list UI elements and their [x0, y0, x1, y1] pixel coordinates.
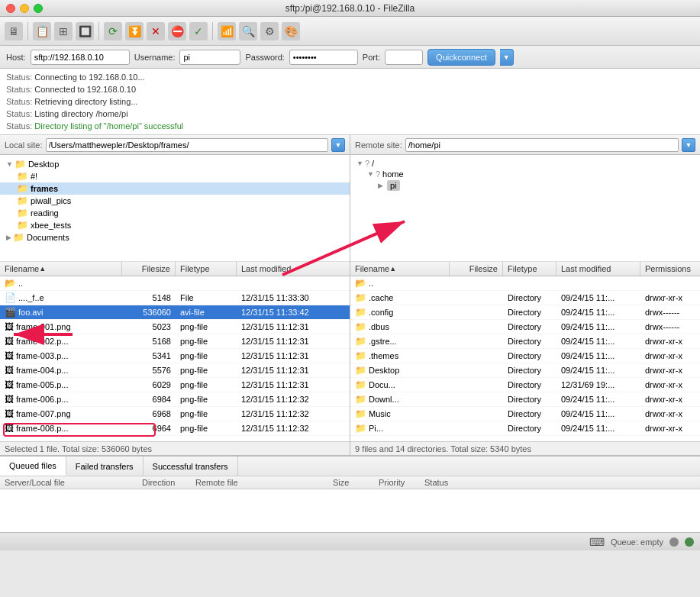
toolbar-sitemanager-icon[interactable]: ⊞: [54, 22, 73, 40]
local-file-row-frame002[interactable]: 🖼frame-002.p... 5168 png-file 12/31/15 1…: [0, 334, 350, 349]
local-file-row-hidden[interactable]: 📄...._f..e 5148 File 12/31/15 11:33:30: [0, 291, 350, 305]
tab-queued-files[interactable]: Queued files: [0, 457, 66, 476]
local-tree[interactable]: ▼ 📁 Desktop 📁 #! 📁 frames 📁 piwall_pics: [0, 155, 350, 262]
remote-file-row-music[interactable]: 📁Music Directory 09/24/15 11:... drwxr-x…: [350, 407, 700, 421]
tab-failed-transfers[interactable]: Failed transfers: [66, 457, 144, 476]
status-indicator-gray: [669, 537, 679, 547]
maximize-button[interactable]: [34, 4, 43, 13]
remote-site-label: Remote site:: [355, 140, 402, 150]
tree-item-hash[interactable]: 📁 #!: [0, 170, 350, 182]
local-file-row-frame007[interactable]: 🖼frame-007.png 6968 png-file 12/31/15 11…: [0, 407, 350, 421]
remote-file-row-downloads[interactable]: 📁Downl... Directory 09/24/15 11:... drwx…: [350, 392, 700, 407]
tree-arrow-documents: ▶: [6, 234, 11, 241]
toolbar-refresh-icon[interactable]: ⟳: [104, 22, 122, 40]
remote-file-row-pi[interactable]: 📁Pi... Directory 09/24/15 11:... drwxr-x…: [350, 421, 700, 436]
username-input[interactable]: [179, 50, 240, 65]
file-icon-frame008: 🖼: [5, 423, 14, 434]
status-area: Status: Connecting to 192.168.0.10... St…: [0, 69, 700, 135]
remote-file-list[interactable]: 📂.. 📁.cache Directory 09/24/15 11:... dr…: [350, 276, 700, 441]
file-icon-frame001: 🖼: [5, 321, 14, 332]
toolbar-connect-icon[interactable]: 🖥: [5, 22, 23, 40]
local-col-filesize[interactable]: Filesize: [122, 262, 176, 276]
remote-file-row-dotdot[interactable]: 📂..: [350, 276, 700, 291]
status-text-4: Listing directory /home/pi: [34, 109, 127, 118]
toolbar-bookmarks-icon[interactable]: 📋: [33, 22, 51, 40]
transfer-col-remote: Remote file: [195, 478, 333, 487]
local-col-filename[interactable]: Filename ▲: [0, 262, 122, 276]
tree-item-reading[interactable]: 📁 reading: [0, 207, 350, 219]
rfile-icon-gstre: 📁: [355, 336, 366, 347]
toolbar-sep-1: [27, 22, 28, 40]
rfile-icon-config: 📁: [355, 307, 366, 318]
remote-file-row-cache[interactable]: 📁.cache Directory 09/24/15 11:... drwxr-…: [350, 291, 700, 305]
local-panel: Local site: ▼ ▼ 📁 Desktop 📁 #! 📁 frames: [0, 135, 350, 455]
local-file-row-frame001[interactable]: 🖼frame-001.png 5023 png-file 12/31/15 11…: [0, 320, 350, 334]
toolbar-compare-icon[interactable]: 🎨: [282, 22, 300, 40]
minimize-button[interactable]: [20, 4, 29, 13]
remote-file-header: Filename ▲ Filesize Filetype Last modifi…: [350, 262, 700, 276]
local-file-row-fooavi[interactable]: 🎬foo.avi 536060 avi-file 12/31/15 11:33:…: [0, 305, 350, 320]
remote-col-filesize[interactable]: Filesize: [450, 262, 503, 276]
host-input[interactable]: [31, 50, 130, 65]
transfer-list[interactable]: [0, 489, 700, 532]
connection-bar: Host: Username: Password: Port: Quickcon…: [0, 46, 700, 69]
toolbar-processqueue-icon[interactable]: 📶: [218, 22, 236, 40]
toolbar-disconnect-icon[interactable]: ⛔: [168, 22, 186, 40]
status-text-5: Directory listing of "/home/pi" successf…: [34, 121, 183, 131]
toolbar-newwindow-icon[interactable]: 🔲: [76, 22, 94, 40]
quickconnect-button[interactable]: Quickconnect: [427, 49, 495, 66]
remote-tree[interactable]: ▼ ? / ▼ ? home ▶ pi: [350, 155, 700, 262]
tree-item-pi[interactable]: ▶ pi: [350, 179, 700, 192]
transfer-tabs-header: Queued files Failed transfers Successful…: [0, 457, 700, 476]
file-icon-dotdot: 📂: [5, 278, 16, 289]
remote-col-permissions[interactable]: Permissions: [640, 262, 700, 276]
transfer-col-priority: Priority: [379, 478, 424, 487]
tree-item-frames[interactable]: 📁 frames: [0, 182, 350, 195]
tree-item-root[interactable]: ▼ ? /: [350, 158, 700, 169]
port-input[interactable]: [385, 50, 423, 65]
remote-file-row-gstreamer[interactable]: 📁.gstre... Directory 09/24/15 11:... drw…: [350, 334, 700, 349]
tree-item-documents[interactable]: ▶ 📁 Documents: [0, 231, 350, 244]
local-site-dropdown[interactable]: ▼: [331, 138, 345, 152]
local-file-list[interactable]: 📂.. 📄...._f..e 5148 File 12/31/15 11:33:…: [0, 276, 350, 441]
toolbar-cancel-icon[interactable]: ✕: [147, 22, 165, 40]
tree-item-piwall[interactable]: 📁 piwall_pics: [0, 195, 350, 207]
local-file-row-frame008[interactable]: 🖼frame-008.p... 6964 png-file 12/31/15 1…: [0, 421, 350, 436]
close-button[interactable]: [6, 4, 15, 13]
remote-col-filename[interactable]: Filename ▲: [350, 262, 450, 276]
remote-col-filetype[interactable]: Filetype: [503, 262, 556, 276]
tree-item-desktop[interactable]: ▼ 📁 Desktop: [0, 158, 350, 170]
toolbar-abort-icon[interactable]: ⏬: [125, 22, 144, 40]
remote-file-row-documents[interactable]: 📁Docu... Directory 12/31/69 19:... drwxr…: [350, 378, 700, 392]
remote-col-modified[interactable]: Last modified: [556, 262, 640, 276]
local-col-modified[interactable]: Last modified: [237, 262, 336, 276]
remote-file-row-desktop[interactable]: 📁Desktop Directory 09/24/15 11:... drwxr…: [350, 363, 700, 378]
remote-site-dropdown[interactable]: ▼: [682, 138, 695, 152]
local-file-row-frame006[interactable]: 🖼frame-006.p... 6984 png-file 12/31/15 1…: [0, 392, 350, 407]
bottom-bar: ⌨ Queue: empty: [0, 532, 700, 550]
window-controls[interactable]: [6, 4, 43, 13]
local-file-row-dotdot[interactable]: 📂..: [0, 276, 350, 291]
toolbar-reconnect-icon[interactable]: ✓: [189, 22, 208, 40]
quickconnect-dropdown[interactable]: ▼: [500, 49, 514, 66]
toolbar-filter-icon[interactable]: 🔍: [239, 22, 257, 40]
local-site-input[interactable]: [46, 138, 328, 152]
status-label-4: Status:: [6, 109, 32, 118]
tree-item-home[interactable]: ▼ ? home: [350, 169, 700, 179]
tree-item-xbee[interactable]: 📁 xbee_tests: [0, 219, 350, 231]
remote-file-row-config[interactable]: 📁.config Directory 09/24/15 11:... drwx-…: [350, 305, 700, 320]
remote-site-input[interactable]: [405, 138, 679, 152]
folder-icon-hash: 📁: [17, 171, 28, 182]
local-file-row-frame004[interactable]: 🖼frame-004.p... 5576 png-file 12/31/15 1…: [0, 363, 350, 378]
local-file-row-frame003[interactable]: 🖼frame-003.p... 5341 png-file 12/31/15 1…: [0, 349, 350, 363]
transfer-area: Queued files Failed transfers Successful…: [0, 456, 700, 532]
local-file-row-frame005[interactable]: 🖼frame-005.p... 6029 png-file 12/31/15 1…: [0, 378, 350, 392]
remote-file-row-themes[interactable]: 📁.themes Directory 09/24/15 11:... drwxr…: [350, 349, 700, 363]
password-input[interactable]: [289, 50, 358, 65]
toolbar-dirsync-icon[interactable]: ⚙: [260, 22, 279, 40]
remote-file-row-dbus[interactable]: 📁.dbus Directory 09/24/15 11:... drwx---…: [350, 320, 700, 334]
local-status-text: Selected 1 file. Total size: 536060 byte…: [5, 444, 152, 453]
local-col-filetype[interactable]: Filetype: [176, 262, 237, 276]
keyboard-icon: ⌨: [589, 536, 605, 548]
tab-successful-transfers[interactable]: Successful transfers: [144, 457, 238, 476]
